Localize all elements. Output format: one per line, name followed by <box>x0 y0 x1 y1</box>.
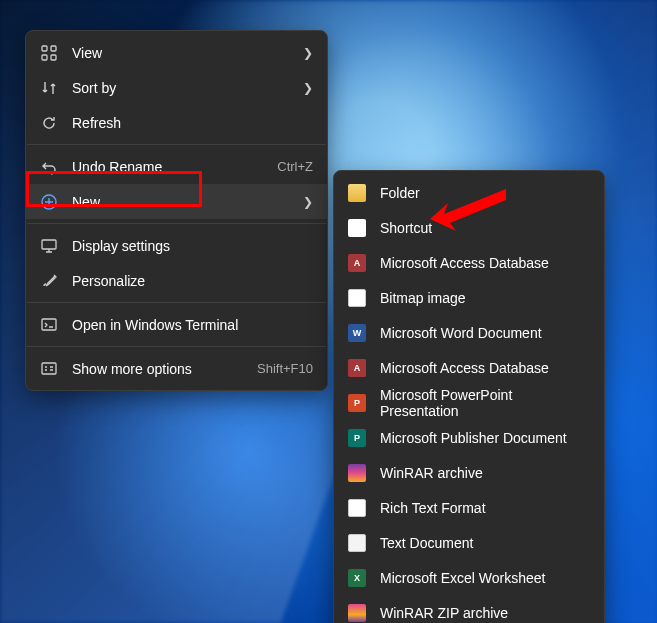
display-icon <box>40 237 58 255</box>
submenu-item-rtf[interactable]: Rich Text Format <box>334 490 604 525</box>
svg-rect-5 <box>42 240 56 249</box>
winrar-icon <box>348 464 366 482</box>
submenu-item-folder[interactable]: Folder <box>334 175 604 210</box>
svg-rect-3 <box>51 55 56 60</box>
undo-icon <box>40 158 58 176</box>
menu-separator <box>27 144 326 145</box>
word-icon: W <box>348 324 366 342</box>
menu-label: WinRAR archive <box>380 465 590 481</box>
svg-rect-7 <box>42 363 56 374</box>
more-icon <box>40 360 58 378</box>
access-icon: A <box>348 254 366 272</box>
menu-label: Microsoft Publisher Document <box>380 430 590 446</box>
menu-label: Show more options <box>72 361 243 377</box>
menu-label: Undo Rename <box>72 159 263 175</box>
menu-label: Bitmap image <box>380 290 590 306</box>
new-submenu: Folder ↗ Shortcut A Microsoft Access Dat… <box>333 170 605 623</box>
winrar-zip-icon <box>348 604 366 622</box>
menu-item-refresh[interactable]: Refresh <box>26 105 327 140</box>
publisher-icon: P <box>348 429 366 447</box>
menu-shortcut: Shift+F10 <box>257 361 313 376</box>
menu-label: Microsoft Word Document <box>380 325 590 341</box>
menu-item-undo[interactable]: Undo Rename Ctrl+Z <box>26 149 327 184</box>
submenu-item-bitmap[interactable]: ▦ Bitmap image <box>334 280 604 315</box>
folder-icon <box>348 184 366 202</box>
sort-icon <box>40 79 58 97</box>
menu-label: Personalize <box>72 273 313 289</box>
submenu-item-word[interactable]: W Microsoft Word Document <box>334 315 604 350</box>
svg-rect-1 <box>51 46 56 51</box>
submenu-item-access-2[interactable]: A Microsoft Access Database <box>334 350 604 385</box>
menu-item-sortby[interactable]: Sort by ❯ <box>26 70 327 105</box>
brush-icon <box>40 272 58 290</box>
shortcut-icon: ↗ <box>348 219 366 237</box>
desktop-context-menu: View ❯ Sort by ❯ Refresh Undo Rename Ctr… <box>25 30 328 391</box>
menu-item-new[interactable]: New ❯ <box>26 184 327 219</box>
submenu-item-txt[interactable]: Text Document <box>334 525 604 560</box>
menu-label: Shortcut <box>380 220 590 236</box>
menu-label: View <box>72 45 289 61</box>
chevron-right-icon: ❯ <box>303 46 313 60</box>
menu-label: Display settings <box>72 238 313 254</box>
svg-rect-2 <box>42 55 47 60</box>
menu-label: Microsoft Access Database <box>380 360 590 376</box>
svg-rect-6 <box>42 319 56 330</box>
submenu-item-rar[interactable]: WinRAR archive <box>334 455 604 490</box>
menu-label: Microsoft Excel Worksheet <box>380 570 590 586</box>
menu-item-display-settings[interactable]: Display settings <box>26 228 327 263</box>
menu-label: Text Document <box>380 535 590 551</box>
menu-item-more-options[interactable]: Show more options Shift+F10 <box>26 351 327 386</box>
submenu-item-zip[interactable]: WinRAR ZIP archive <box>334 595 604 623</box>
chevron-right-icon: ❯ <box>303 81 313 95</box>
grid-icon <box>40 44 58 62</box>
menu-item-personalize[interactable]: Personalize <box>26 263 327 298</box>
menu-item-terminal[interactable]: Open in Windows Terminal <box>26 307 327 342</box>
menu-shortcut: Ctrl+Z <box>277 159 313 174</box>
menu-label: New <box>72 194 289 210</box>
submenu-item-powerpoint[interactable]: P Microsoft PowerPoint Presentation <box>334 385 604 420</box>
menu-label: Folder <box>380 185 590 201</box>
menu-separator <box>27 346 326 347</box>
bitmap-icon: ▦ <box>348 289 366 307</box>
terminal-icon <box>40 316 58 334</box>
plus-circle-icon <box>40 193 58 211</box>
menu-label: Refresh <box>72 115 313 131</box>
access-icon: A <box>348 359 366 377</box>
powerpoint-icon: P <box>348 394 366 412</box>
svg-rect-0 <box>42 46 47 51</box>
menu-label: Microsoft PowerPoint Presentation <box>380 387 590 419</box>
submenu-item-access[interactable]: A Microsoft Access Database <box>334 245 604 280</box>
submenu-item-excel[interactable]: X Microsoft Excel Worksheet <box>334 560 604 595</box>
menu-label: Microsoft Access Database <box>380 255 590 271</box>
menu-label: Rich Text Format <box>380 500 590 516</box>
menu-label: Sort by <box>72 80 289 96</box>
excel-icon: X <box>348 569 366 587</box>
menu-label: Open in Windows Terminal <box>72 317 313 333</box>
menu-label: WinRAR ZIP archive <box>380 605 590 621</box>
submenu-item-publisher[interactable]: P Microsoft Publisher Document <box>334 420 604 455</box>
rtf-icon <box>348 499 366 517</box>
menu-separator <box>27 302 326 303</box>
menu-item-view[interactable]: View ❯ <box>26 35 327 70</box>
submenu-item-shortcut[interactable]: ↗ Shortcut <box>334 210 604 245</box>
refresh-icon <box>40 114 58 132</box>
text-icon <box>348 534 366 552</box>
chevron-right-icon: ❯ <box>303 195 313 209</box>
menu-separator <box>27 223 326 224</box>
